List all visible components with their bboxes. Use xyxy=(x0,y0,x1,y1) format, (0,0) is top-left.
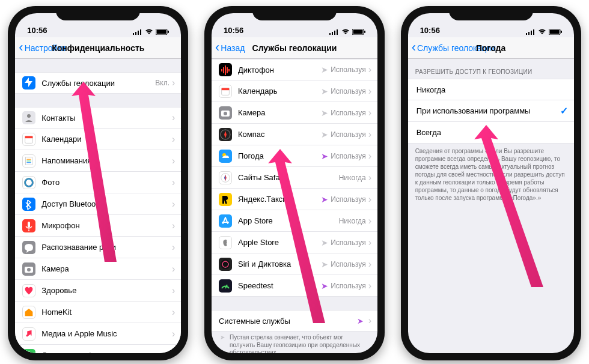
settings-row[interactable]: Календарь➤Используя› xyxy=(212,80,377,102)
signal-icon xyxy=(526,29,536,35)
permission-option[interactable]: Никогда xyxy=(408,79,574,100)
settings-row[interactable]: Напоминания› xyxy=(15,150,181,172)
row-label: Диктофон xyxy=(238,65,321,74)
phone-1: 10:56 ‹Настройки Конфиденциальность Служ… xyxy=(8,6,188,360)
row-label: Календарь xyxy=(238,86,321,96)
content[interactable]: Службы геолокацииВкл.›Контакты›Календари… xyxy=(15,59,181,353)
nav-back[interactable]: ‹Службы геолокации xyxy=(408,42,496,54)
nav-back[interactable]: ‹Назад xyxy=(212,42,245,54)
svg-rect-6 xyxy=(168,31,169,33)
row-label: Контакты xyxy=(41,114,169,123)
group-separator xyxy=(212,297,377,310)
status-icons xyxy=(329,29,365,35)
row-label: Напоминания xyxy=(41,156,169,165)
settings-row[interactable]: Контакты› xyxy=(15,107,181,129)
settings-row[interactable]: Камера› xyxy=(15,258,181,280)
settings-row[interactable]: Фото› xyxy=(15,172,181,193)
settings-row[interactable]: Диктофон➤Используя› xyxy=(212,59,377,80)
row-value: Используя xyxy=(331,109,366,117)
content[interactable]: Диктофон➤Используя›Календарь➤Используя›К… xyxy=(212,59,377,353)
settings-row[interactable]: Движение и фитнес› xyxy=(15,345,181,353)
location-arrow-icon: ➤ xyxy=(321,238,328,247)
settings-row[interactable]: Календари› xyxy=(15,129,181,150)
row-label: Apple Store xyxy=(238,238,321,247)
svg-rect-36 xyxy=(222,88,230,90)
settings-row[interactable]: Распознавание речи› xyxy=(15,237,181,258)
settings-row[interactable]: Speedtest➤Используя› xyxy=(212,275,377,297)
row-value: Используя xyxy=(331,152,366,160)
nav-back[interactable]: ‹Настройки xyxy=(15,42,66,54)
music-icon xyxy=(22,327,35,341)
svg-rect-29 xyxy=(364,31,365,33)
health-icon xyxy=(22,284,35,297)
notch xyxy=(252,6,337,20)
option-label: Никогда xyxy=(417,85,568,94)
settings-row[interactable]: Здоровье› xyxy=(15,280,181,302)
settings-row[interactable]: Компас➤Используя› xyxy=(212,124,377,145)
chevron-left-icon: ‹ xyxy=(215,41,219,54)
notch xyxy=(56,6,140,20)
settings-row[interactable]: Яндекс.Такси➤Используя› xyxy=(212,189,377,210)
chevron-right-icon: › xyxy=(172,77,175,88)
battery-icon xyxy=(156,29,169,35)
settings-row[interactable]: App StoreНикогда› xyxy=(212,210,377,232)
svg-rect-53 xyxy=(549,30,559,34)
chevron-right-icon: › xyxy=(368,216,371,226)
settings-row[interactable]: Siri и Диктовка➤Используя› xyxy=(212,253,377,275)
chevron-right-icon: › xyxy=(172,307,175,318)
cal-icon xyxy=(219,85,232,98)
svg-point-7 xyxy=(27,114,31,118)
checkmark-icon: ✓ xyxy=(560,105,568,117)
svg-rect-33 xyxy=(227,67,228,73)
settings-row[interactable]: Сайты SafariНикогда› xyxy=(212,167,377,189)
battery-icon xyxy=(549,29,562,35)
row-value: Используя xyxy=(331,130,366,139)
settings-row[interactable]: Микрофон› xyxy=(15,215,181,237)
row-value: Используя xyxy=(331,260,366,268)
permission-option[interactable]: При использовании программы✓ xyxy=(408,100,574,122)
phone-3: 10:56 ‹Службы геолокации Погода РАЗРЕШИТ… xyxy=(401,6,581,360)
settings-row[interactable]: Apple Store➤Используя› xyxy=(212,232,377,253)
permission-option[interactable]: Всегда xyxy=(408,122,574,144)
nav-bar: ‹Назад Службы геолокации xyxy=(212,37,377,59)
settings-row[interactable]: Камера➤Используя› xyxy=(212,102,377,124)
svg-rect-0 xyxy=(133,33,134,35)
settings-row[interactable]: Системные службы➤› xyxy=(212,310,377,332)
row-label: Медиа и Apple Music xyxy=(41,329,169,338)
chevron-right-icon: › xyxy=(368,151,371,162)
motion-icon xyxy=(22,349,35,354)
svg-rect-30 xyxy=(221,69,222,71)
location-arrow-icon: ➤ xyxy=(321,195,328,204)
applestore-icon xyxy=(219,236,232,249)
location-arrow-icon: ➤ xyxy=(321,86,328,96)
group-separator xyxy=(15,94,181,107)
speech-icon xyxy=(22,241,35,254)
svg-rect-50 xyxy=(531,31,532,35)
row-label: Распознавание речи xyxy=(41,243,169,252)
chevron-right-icon: › xyxy=(172,134,175,145)
chevron-right-icon: › xyxy=(368,108,371,118)
content[interactable]: РАЗРЕШИТЬ ДОСТУП К ГЕОПОЗИЦИИНикогдаПри … xyxy=(408,59,574,353)
settings-row[interactable]: Медиа и Apple Music› xyxy=(15,323,181,345)
settings-row[interactable]: Погода➤Используя› xyxy=(212,145,377,167)
row-label: App Store xyxy=(238,216,339,225)
chevron-right-icon: › xyxy=(172,350,175,354)
rem-icon xyxy=(22,154,35,168)
settings-row[interactable]: HomeKit› xyxy=(15,302,181,323)
yandex-icon xyxy=(219,193,232,206)
svg-line-46 xyxy=(225,285,227,288)
settings-row[interactable]: Доступ Bluetooth› xyxy=(15,193,181,215)
settings-row[interactable]: Службы геолокацииВкл.› xyxy=(15,72,181,94)
wifi-icon xyxy=(145,29,153,35)
weather-icon xyxy=(219,150,232,163)
chevron-right-icon: › xyxy=(172,329,175,339)
chevron-right-icon: › xyxy=(368,281,371,291)
nav-bar: ‹Настройки Конфиденциальность xyxy=(15,37,181,59)
section-header: РАЗРЕШИТЬ ДОСТУП К ГЕОПОЗИЦИИ xyxy=(408,59,574,79)
svg-rect-26 xyxy=(337,29,338,35)
row-label: Календари xyxy=(41,135,169,144)
status-time: 10:56 xyxy=(27,26,47,35)
svg-rect-2 xyxy=(138,31,139,35)
svg-rect-1 xyxy=(135,32,136,35)
row-value: Используя xyxy=(331,282,366,290)
